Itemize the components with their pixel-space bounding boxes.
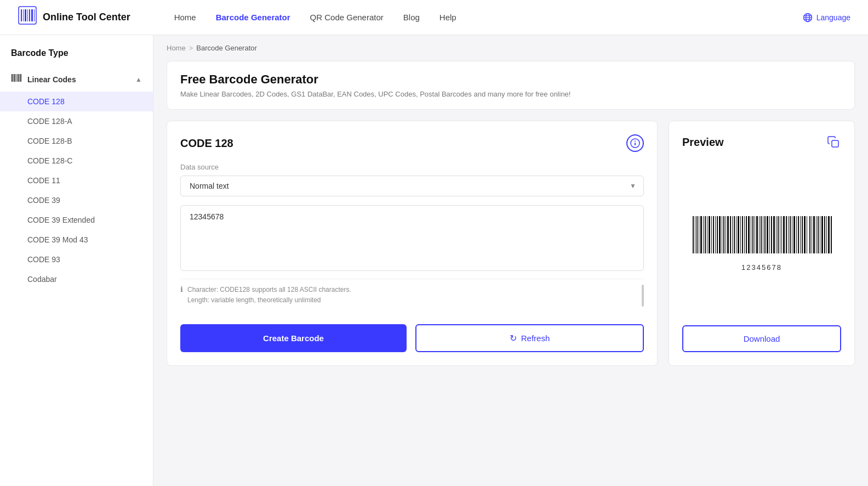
sidebar-item-code11[interactable]: CODE 11 <box>0 171 153 190</box>
svg-rect-52 <box>748 216 750 253</box>
language-label: Language <box>816 13 850 22</box>
svg-rect-27 <box>696 216 698 253</box>
breadcrumb-current: Barcode Generator <box>196 44 257 52</box>
nav-blog[interactable]: Blog <box>403 13 420 22</box>
layout: Barcode Type Lin <box>0 35 868 486</box>
sidebar-item-code128a[interactable]: CODE 128-A <box>0 111 153 131</box>
nav-help[interactable]: Help <box>439 13 456 22</box>
svg-rect-91 <box>831 216 832 253</box>
svg-rect-56 <box>756 216 758 253</box>
svg-rect-84 <box>816 216 816 253</box>
globe-icon <box>802 12 813 23</box>
sidebar-item-code128c[interactable]: CODE 128-C <box>0 151 153 171</box>
create-barcode-button[interactable]: Create Barcode <box>180 324 407 352</box>
content-row: CODE 128 Data source Normal text Hexadec… <box>153 121 868 379</box>
svg-rect-78 <box>802 216 803 253</box>
svg-rect-61 <box>767 216 768 253</box>
sidebar-item-codabar[interactable]: Codabar <box>0 269 153 289</box>
sidebar-section-header[interactable]: Linear Codes ▲ <box>0 67 153 92</box>
sidebar-item-code39ext[interactable]: CODE 39 Extended <box>0 210 153 230</box>
svg-rect-51 <box>746 216 747 253</box>
sidebar-item-code39mod43[interactable]: CODE 39 Mod 43 <box>0 230 153 250</box>
svg-rect-81 <box>809 216 810 253</box>
language-selector[interactable]: Language <box>802 12 850 23</box>
hint-area: ℹ Character: CODE128 supports all 128 AS… <box>180 279 644 311</box>
hint-scrollbar[interactable] <box>642 285 644 307</box>
sidebar-section-linear: Linear Codes ▲ CODE 128 CODE 128-A CODE … <box>0 67 153 289</box>
data-source-select[interactable]: Normal text Hexadecimal Base64 <box>180 176 644 196</box>
logo[interactable]: Online Tool Center <box>18 5 130 29</box>
svg-rect-58 <box>761 216 762 253</box>
nav-qr-code-generator[interactable]: QR Code Generator <box>310 13 384 22</box>
refresh-icon: ↻ <box>510 333 517 343</box>
breadcrumb-separator: > <box>189 44 193 52</box>
svg-rect-60 <box>764 216 766 253</box>
barcode-text-input[interactable]: 12345678 <box>180 205 644 271</box>
refresh-button[interactable]: ↻ Refresh <box>415 324 644 352</box>
sidebar: Barcode Type Lin <box>0 35 153 486</box>
main-content: Home > Barcode Generator Free Barcode Ge… <box>153 35 868 486</box>
svg-rect-43 <box>730 216 731 253</box>
barcode-number: 12345678 <box>741 263 782 272</box>
svg-rect-22 <box>635 143 636 145</box>
svg-rect-80 <box>807 216 807 253</box>
svg-rect-19 <box>20 74 21 82</box>
info-icon[interactable] <box>626 134 644 152</box>
svg-rect-48 <box>740 216 741 253</box>
svg-rect-35 <box>713 216 714 253</box>
svg-rect-67 <box>780 216 780 253</box>
svg-rect-85 <box>818 216 819 253</box>
svg-rect-68 <box>781 216 782 253</box>
svg-rect-50 <box>744 216 745 253</box>
svg-rect-88 <box>824 216 825 253</box>
svg-rect-77 <box>800 216 801 253</box>
main-nav: Home Barcode Generator QR Code Generator… <box>174 12 850 23</box>
svg-rect-73 <box>792 216 792 253</box>
svg-rect-39 <box>722 216 722 253</box>
svg-rect-83 <box>813 216 815 253</box>
copy-icon[interactable] <box>826 134 841 150</box>
svg-rect-1 <box>21 9 22 21</box>
svg-rect-5 <box>29 9 30 21</box>
svg-rect-57 <box>759 216 760 253</box>
svg-rect-23 <box>832 140 838 147</box>
svg-rect-29 <box>700 216 702 253</box>
title-card: Free Barcode Generator Make Linear Barco… <box>167 61 855 110</box>
svg-rect-37 <box>717 216 718 253</box>
logo-barcode-icon <box>18 5 37 29</box>
svg-rect-38 <box>719 216 721 253</box>
svg-rect-44 <box>732 216 733 253</box>
svg-rect-6 <box>31 9 33 21</box>
svg-rect-4 <box>27 9 28 21</box>
sidebar-item-code39[interactable]: CODE 39 <box>0 190 153 210</box>
svg-rect-47 <box>738 216 739 253</box>
card-header: CODE 128 <box>180 134 644 152</box>
svg-rect-17 <box>18 74 19 82</box>
preview-header: Preview <box>682 134 841 150</box>
hint-text: Character: CODE128 supports all 128 ASCI… <box>187 285 351 306</box>
page-title: Free Barcode Generator <box>180 72 841 87</box>
sidebar-item-code128b[interactable]: CODE 128-B <box>0 131 153 151</box>
svg-rect-62 <box>769 216 770 253</box>
download-button[interactable]: Download <box>682 325 841 352</box>
svg-rect-64 <box>773 216 775 253</box>
svg-rect-66 <box>778 216 779 253</box>
nav-barcode-generator[interactable]: Barcode Generator <box>216 13 290 22</box>
svg-rect-41 <box>726 216 726 253</box>
svg-rect-34 <box>711 216 712 253</box>
nav-home[interactable]: Home <box>174 13 196 22</box>
svg-rect-65 <box>776 216 776 253</box>
svg-rect-79 <box>804 216 806 253</box>
barcode-image <box>690 215 833 259</box>
sidebar-item-code93[interactable]: CODE 93 <box>0 250 153 269</box>
svg-rect-40 <box>723 216 724 253</box>
sidebar-item-code128[interactable]: CODE 128 <box>0 92 153 111</box>
svg-rect-69 <box>783 216 785 253</box>
svg-rect-82 <box>812 216 812 253</box>
section-label: Linear Codes <box>27 75 76 84</box>
section-left: Linear Codes <box>11 72 76 86</box>
breadcrumb: Home > Barcode Generator <box>153 35 868 61</box>
page-subtitle: Make Linear Barcodes, 2D Codes, GS1 Data… <box>180 90 841 98</box>
breadcrumb-home[interactable]: Home <box>167 44 186 52</box>
svg-rect-54 <box>752 216 753 253</box>
